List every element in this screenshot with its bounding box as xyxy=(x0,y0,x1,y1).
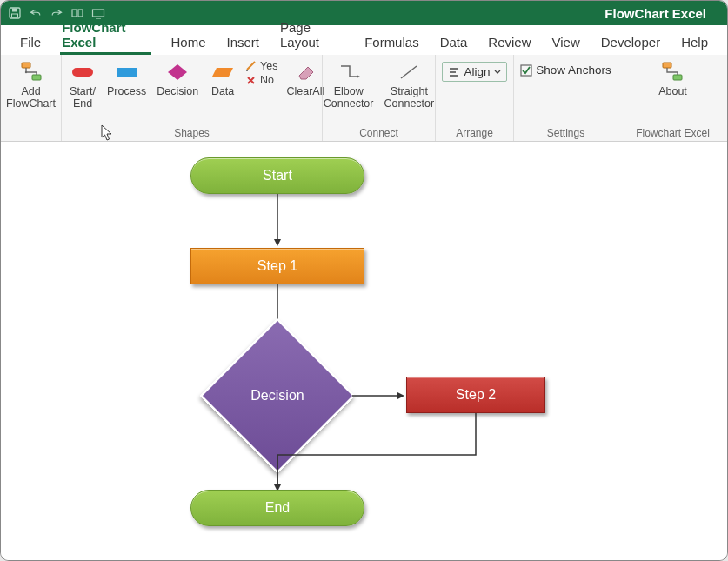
node-step1-label: Step 1 xyxy=(257,258,297,274)
svg-rect-2 xyxy=(12,14,18,17)
node-start-label: Start xyxy=(263,168,292,184)
group-about-label: Flowchart Excel xyxy=(624,125,722,139)
data-parallelogram-icon xyxy=(209,60,237,84)
no-button[interactable]: No xyxy=(245,74,277,86)
svg-point-8 xyxy=(24,71,26,73)
chevron-down-icon xyxy=(494,69,501,76)
tab-data[interactable]: Data xyxy=(430,30,478,55)
terminator-icon xyxy=(69,60,97,84)
connector-decision-end[interactable] xyxy=(274,455,281,490)
group-settings: Show Anchors Settings xyxy=(514,55,618,141)
add-flowchart-button[interactable]: Add FlowChart xyxy=(4,58,57,112)
straight-connector-icon xyxy=(395,60,423,84)
node-end[interactable]: End xyxy=(190,490,364,526)
shape-decision-button[interactable]: Decision xyxy=(155,58,200,100)
save-icon[interactable] xyxy=(8,4,22,22)
undo-icon[interactable] xyxy=(29,4,43,22)
about-icon xyxy=(658,60,686,84)
elbow-connector-icon xyxy=(335,60,363,84)
svg-marker-13 xyxy=(299,67,313,79)
svg-rect-9 xyxy=(72,68,93,77)
svg-rect-1 xyxy=(12,9,17,12)
about-button[interactable]: About xyxy=(657,58,689,100)
decision-diamond-icon xyxy=(164,60,191,84)
process-rect-icon xyxy=(113,60,141,84)
group-arrange-label: Arrange xyxy=(441,125,508,139)
group-shapes: Start/ End Process Decision xyxy=(62,55,323,141)
group-connect-label: Connect xyxy=(328,125,430,139)
tab-flowchart-excel[interactable]: FlowChart Excel xyxy=(51,15,160,55)
tab-page-layout[interactable]: Page Layout xyxy=(270,15,354,55)
tab-help[interactable]: Help xyxy=(671,30,718,55)
group-connect: Elbow Connector Straight Connector Conne… xyxy=(323,55,436,141)
pencil-x-icon xyxy=(245,75,257,85)
flowchart-canvas[interactable]: Start Step 1 Decision Step 2 xyxy=(1,142,727,560)
group-settings-label: Settings xyxy=(519,125,612,139)
yes-no-group: Yes No xyxy=(245,58,277,86)
group-add: Add FlowChart xyxy=(1,55,62,141)
tab-review[interactable]: Review xyxy=(478,30,541,55)
svg-rect-7 xyxy=(32,75,41,80)
group-shapes-label: Shapes xyxy=(67,125,317,139)
svg-marker-23 xyxy=(274,239,281,246)
clear-all-button[interactable]: ClearAll xyxy=(285,58,327,100)
add-flowchart-icon xyxy=(17,60,45,84)
app-title: FlowChart Excel xyxy=(105,6,720,21)
svg-rect-21 xyxy=(673,75,682,80)
svg-rect-19 xyxy=(521,65,531,76)
group-arrange: Align Arrange xyxy=(436,55,514,141)
tab-insert[interactable]: Insert xyxy=(216,30,270,55)
app-window: FlowChart Excel File FlowChart Excel Hom… xyxy=(0,0,728,561)
svg-marker-14 xyxy=(357,75,360,78)
connector-start-step1[interactable] xyxy=(274,194,281,248)
group-about: About Flowchart Excel xyxy=(618,55,727,141)
svg-line-15 xyxy=(401,66,417,78)
connector-decision-step2[interactable] xyxy=(352,392,406,401)
ribbon-tabs: File FlowChart Excel Home Insert Page La… xyxy=(1,25,727,55)
shape-start-button[interactable]: Start/ End xyxy=(67,58,98,112)
elbow-connector-button[interactable]: Elbow Connector xyxy=(322,58,376,112)
node-decision-label: Decision xyxy=(250,388,304,404)
node-start[interactable]: Start xyxy=(190,157,364,194)
straight-connector-button[interactable]: Straight Connector xyxy=(383,58,437,112)
pencil-check-icon xyxy=(245,61,257,71)
svg-rect-10 xyxy=(117,68,137,77)
align-button[interactable]: Align xyxy=(442,62,506,82)
svg-marker-11 xyxy=(168,64,187,80)
tab-formulas[interactable]: Formulas xyxy=(354,30,430,55)
eraser-icon xyxy=(291,60,319,84)
yes-button[interactable]: Yes xyxy=(245,60,277,72)
tab-file[interactable]: File xyxy=(10,30,51,55)
node-step2-label: Step 2 xyxy=(456,387,496,403)
ribbon: Add FlowChart Start/ End Process xyxy=(1,55,727,142)
show-anchors-checkbox[interactable]: Show Anchors xyxy=(520,63,611,77)
align-icon xyxy=(448,66,460,78)
tab-developer[interactable]: Developer xyxy=(591,30,671,55)
svg-rect-6 xyxy=(22,63,30,68)
tab-view[interactable]: View xyxy=(542,30,591,55)
tab-home[interactable]: Home xyxy=(160,30,216,55)
svg-marker-12 xyxy=(212,68,233,77)
connector-step2-end[interactable] xyxy=(274,413,483,493)
svg-rect-20 xyxy=(663,63,671,68)
checkbox-checked-icon xyxy=(520,64,532,77)
shape-data-button[interactable]: Data xyxy=(207,58,238,100)
svg-marker-27 xyxy=(397,392,404,399)
node-end-label: End xyxy=(265,500,290,516)
shape-process-button[interactable]: Process xyxy=(105,58,148,100)
add-flowchart-label: Add FlowChart xyxy=(6,86,56,110)
node-step1[interactable]: Step 1 xyxy=(190,248,364,284)
node-step2[interactable]: Step 2 xyxy=(406,377,545,413)
